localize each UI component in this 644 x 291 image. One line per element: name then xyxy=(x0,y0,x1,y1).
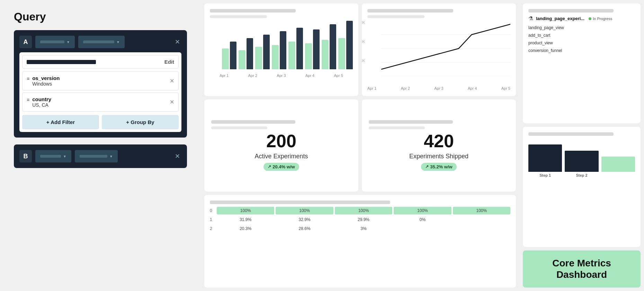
query-a-body: Edit ≡ os_version Windows ✕ ≡ co xyxy=(19,52,181,132)
funnel-top-bar xyxy=(528,132,614,136)
funnel-step2-label: Step 2 xyxy=(576,173,587,177)
left-panel: Query A ▼ ▼ ✕ Edit ≡ xyxy=(0,0,201,291)
table-card: 0 100% 100% 100% 100% 100% 1 31.9% 32.9%… xyxy=(204,195,516,288)
query-edit-bar xyxy=(27,60,96,64)
center-panel: 15 10 5 0 xyxy=(201,0,519,291)
bar-dark xyxy=(230,42,237,69)
chevron-down-icon-3: ▼ xyxy=(63,155,66,158)
page-title: Query xyxy=(14,10,187,23)
shipped-card-header-bar xyxy=(369,120,453,124)
bar-dark xyxy=(280,31,287,69)
line-chart-svg xyxy=(381,21,510,76)
experiment-status: In Progress xyxy=(593,17,612,21)
experiments-shipped-label: Experiments Shipped xyxy=(409,153,468,160)
filter-country-content: ≡ country US, CA xyxy=(27,96,51,108)
bar-light xyxy=(288,42,295,69)
flask-icon: ⚗ xyxy=(528,15,533,22)
bar-dark xyxy=(346,21,353,69)
funnel-step1-label: Step 1 xyxy=(539,173,551,177)
group-by-button[interactable]: + Group By xyxy=(102,115,179,129)
filter-os-close-button[interactable]: ✕ xyxy=(170,78,174,84)
table-inner: 0 100% 100% 100% 100% 100% 1 31.9% 32.9%… xyxy=(210,207,510,282)
filter-country-close-button[interactable]: ✕ xyxy=(170,99,174,105)
bar-dark xyxy=(330,24,337,69)
bar-light xyxy=(239,50,245,69)
line-chart-x-labels: Apr 1 Apr 2 Apr 3 Apr 4 Apr 5 xyxy=(367,86,510,90)
filter-country-value: US, CA xyxy=(32,102,51,108)
funnel-step-1: Step 1 xyxy=(528,141,562,177)
bar-dark xyxy=(313,29,320,69)
query-a-close-button[interactable]: ✕ xyxy=(173,37,181,47)
filter-icon-os: ≡ xyxy=(27,76,29,81)
active-experiments-badge: ↗ 20.4% w/w xyxy=(263,163,299,171)
right-panel: ⚗ landing_page_experi... In Progress lan… xyxy=(519,0,644,291)
add-filter-button[interactable]: + Add Filter xyxy=(22,115,99,129)
experiment-title-row: ⚗ landing_page_experi... In Progress xyxy=(528,15,635,22)
filter-country-info: country US, CA xyxy=(32,96,51,108)
filter-row-country: ≡ country US, CA ✕ xyxy=(22,92,179,112)
line-chart-header-bar xyxy=(367,9,453,12)
metrics-dashboard-card: Core Metrics Dashboard xyxy=(523,250,641,288)
filter-os-name: os_version xyxy=(32,75,60,81)
bar-dark xyxy=(296,28,303,69)
query-label-a: A xyxy=(19,36,32,48)
edit-button[interactable]: Edit xyxy=(164,59,174,65)
line-chart-y-axis: 600K 400K 200K 0 xyxy=(362,21,365,82)
chevron-down-icon: ▼ xyxy=(66,40,70,44)
query-b-close-button[interactable]: ✕ xyxy=(173,151,181,161)
table-row: 1 31.9% 32.9% 29.9% 0% xyxy=(210,216,510,223)
query-edit-row: Edit xyxy=(22,55,179,69)
bar-chart-header-bar xyxy=(210,9,296,12)
funnel-bar-step1 xyxy=(528,144,562,172)
query-b-dropdown1[interactable]: ▼ xyxy=(35,150,71,162)
bar-group-3 xyxy=(255,35,270,69)
bar-dark xyxy=(263,35,270,69)
list-item: conversion_funnel xyxy=(528,47,635,54)
query-card-a-header: A ▼ ▼ ✕ xyxy=(19,36,181,48)
funnel-step-2-green: Step 2 xyxy=(601,141,635,177)
filter-os-content: ≡ os_version Windows xyxy=(27,75,60,87)
bar-light xyxy=(305,43,312,69)
query-b-dropdown2[interactable]: ▼ xyxy=(75,150,118,162)
bar-group-1 xyxy=(222,42,236,69)
line-chart-wrapper: 600K 400K 200K 0 xyxy=(367,21,510,82)
line-chart-card: 600K 400K 200K 0 Apr 1 Apr 2 Apr 3 Apr 4… xyxy=(362,3,516,96)
experiments-shipped-card: 420 Experiments Shipped ↗ 35.2% w/w xyxy=(362,99,516,192)
bar-chart-card: 15 10 5 0 xyxy=(204,3,358,96)
query-card-b: B ▼ ▼ ✕ xyxy=(14,144,187,168)
shipped-card-subheader-bar xyxy=(369,126,425,129)
chevron-down-icon-4: ▼ xyxy=(109,155,113,158)
bar-chart-subheader-bar xyxy=(210,15,267,18)
active-experiments-card: 200 Active Experiments ↗ 20.4% w/w xyxy=(204,99,358,192)
bar-group-8 xyxy=(338,21,353,69)
funnel-step-2: Step 2 xyxy=(565,141,598,177)
query-a-dropdown1[interactable]: ▼ xyxy=(35,36,75,48)
experiments-shipped-number: 420 xyxy=(424,132,454,150)
funnel-steps: Step 1 Step 2 Step 2 xyxy=(528,139,635,180)
active-experiments-badge-text: 20.4% w/w xyxy=(272,164,295,169)
trend-up-icon-2: ↗ xyxy=(425,164,429,169)
stat-card-subheader-bar xyxy=(211,126,267,129)
table-row: 0 100% 100% 100% 100% 100% xyxy=(210,207,510,214)
experiment-card: ⚗ landing_page_experi... In Progress lan… xyxy=(523,3,641,123)
experiments-shipped-badge: ↗ 35.2% w/w xyxy=(421,163,456,171)
status-dot-green xyxy=(589,17,591,20)
filter-icon-country: ≡ xyxy=(27,97,29,103)
bar-group-7 xyxy=(322,24,336,69)
table-header-bar xyxy=(210,201,390,204)
list-item: product_view xyxy=(528,40,635,46)
action-buttons: + Add Filter + Group By xyxy=(22,115,179,129)
funnel-card: Step 1 Step 2 Step 2 xyxy=(523,127,641,247)
list-item: landing_page_view xyxy=(528,25,635,31)
experiment-name: landing_page_experi... xyxy=(536,16,584,21)
filter-row-os: ≡ os_version Windows ✕ xyxy=(22,71,179,90)
bar-group-2 xyxy=(239,38,253,69)
bar-light xyxy=(272,45,279,69)
table-row: 2 20.3% 28.6% 3% xyxy=(210,225,510,232)
stat-card-header-bar xyxy=(211,120,295,124)
metrics-dashboard-title: Core Metrics Dashboard xyxy=(530,257,634,281)
query-a-dropdown2[interactable]: ▼ xyxy=(78,36,125,48)
query-card-a: A ▼ ▼ ✕ Edit ≡ os_version xyxy=(14,30,187,138)
line-chart-subheader-bar xyxy=(367,15,424,18)
active-experiments-label: Active Experiments xyxy=(254,153,308,160)
